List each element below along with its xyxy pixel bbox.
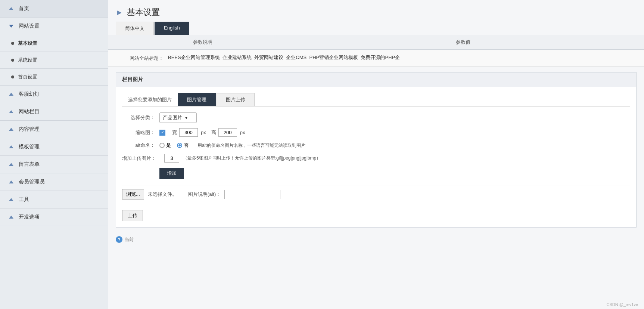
sidebar-item-dev-options[interactable]: 开发选项 bbox=[0, 208, 108, 226]
panel-tabs: 选择您要添加的图片 图片管理 图片上传 bbox=[122, 93, 630, 106]
sidebar-item-home[interactable]: 首页 bbox=[0, 0, 108, 18]
no-file-text: 未选择文件。 bbox=[148, 191, 177, 198]
arrow-up-icon bbox=[7, 213, 15, 221]
alt-yes-radio[interactable]: 是 bbox=[159, 142, 171, 149]
param-value-header: 参数值 bbox=[289, 39, 637, 46]
thumbnail-row: 缩略图： ✓ 宽 px 高 px bbox=[122, 128, 630, 137]
browse-button[interactable]: 浏览... bbox=[122, 189, 144, 200]
sidebar-item-basic-settings-label: 基本设置 bbox=[18, 40, 37, 47]
upload-count-input[interactable] bbox=[164, 154, 179, 163]
help-text: 当前 bbox=[125, 237, 134, 243]
sidebar-item-member-admin-label: 会员管理员 bbox=[19, 179, 45, 185]
alt-desc-input[interactable] bbox=[224, 190, 280, 199]
footer-text: CSDN @_rev1ve bbox=[606, 302, 638, 307]
sidebar-item-website-columns[interactable]: 网站栏目 bbox=[0, 103, 108, 121]
add-button[interactable]: 增加 bbox=[159, 168, 184, 179]
alt-no-label: 否 bbox=[184, 142, 189, 149]
main-content: ► 基本设置 简体中文 English 参数说明 参数值 网站全站标题： BEE… bbox=[108, 0, 644, 309]
sidebar-item-tools-label: 工具 bbox=[19, 196, 29, 203]
width-px: px bbox=[201, 130, 206, 135]
thumbnail-controls: ✓ 宽 px 高 px bbox=[159, 128, 248, 137]
panel-header: 栏目图片 bbox=[116, 72, 636, 87]
alt-radio-group: 是 否 用alt的值命名图片名称，一些语言可能无法读取到图片 bbox=[159, 142, 305, 149]
sidebar-item-content-management-label: 内容管理 bbox=[19, 126, 40, 133]
tab-zh[interactable]: 简体中文 bbox=[116, 22, 154, 35]
sidebar-item-member-admin[interactable]: 会员管理员 bbox=[0, 173, 108, 191]
header-arrow-icon: ► bbox=[116, 8, 123, 17]
sidebar-item-customer-slideshow[interactable]: 客服幻灯 bbox=[0, 86, 108, 103]
dot-icon bbox=[11, 42, 14, 45]
alt-label: alt命名： bbox=[122, 142, 159, 149]
dot-icon bbox=[11, 59, 14, 62]
param-header: 参数说明 参数值 bbox=[108, 35, 644, 50]
help-icon: ? bbox=[116, 236, 122, 243]
page-header: ► 基本设置 bbox=[108, 0, 644, 22]
arrow-up-icon bbox=[7, 196, 15, 203]
height-input[interactable] bbox=[218, 128, 237, 137]
arrow-up-icon bbox=[7, 161, 15, 168]
alt-desc-label: 图片说明(alt)： bbox=[188, 191, 221, 198]
tab-manage[interactable]: 图片管理 bbox=[178, 93, 216, 106]
file-row: 浏览... 未选择文件。 图片说明(alt)： bbox=[122, 185, 630, 203]
panel-tab-select-label: 选择您要添加的图片 bbox=[122, 93, 178, 106]
sidebar-item-dev-options-label: 开发选项 bbox=[19, 214, 40, 220]
arrow-up-icon bbox=[7, 143, 15, 151]
category-row: 选择分类： 产品图片 ▼ bbox=[122, 112, 630, 123]
arrow-up-icon bbox=[7, 90, 15, 98]
site-title-value: BEES企业网站管理系统_企业建站系统_外贸网站建设_企业CMS_PHP营销企业… bbox=[168, 54, 400, 61]
footer: CSDN @_rev1ve bbox=[108, 300, 644, 309]
dot-icon bbox=[11, 75, 14, 78]
arrow-up-icon bbox=[7, 178, 15, 186]
panel-body: 选择您要添加的图片 图片管理 图片上传 选择分类： 产品图片 ▼ 缩略图： ✓ … bbox=[116, 87, 636, 227]
thumbnail-label: 缩略图： bbox=[122, 129, 159, 136]
lang-tabs: 简体中文 English bbox=[108, 22, 644, 35]
upload-hint: （最多5张图片同时上传！允许上传的图片类型:gif|jpeg|png|jpg|b… bbox=[183, 155, 321, 161]
upload-count-label: 增加上传图片： bbox=[122, 155, 161, 162]
sidebar-item-template-management[interactable]: 模板管理 bbox=[0, 138, 108, 156]
arrow-up-icon bbox=[7, 5, 15, 12]
sidebar-item-content-management[interactable]: 内容管理 bbox=[0, 121, 108, 138]
height-label: 高 bbox=[211, 129, 216, 136]
sidebar-item-tools[interactable]: 工具 bbox=[0, 191, 108, 208]
arrow-down-icon bbox=[7, 22, 15, 30]
sidebar-item-website-columns-label: 网站栏目 bbox=[19, 108, 40, 115]
sidebar-item-message-form-label: 留言表单 bbox=[19, 161, 40, 168]
sidebar-item-basic-settings[interactable]: 基本设置 bbox=[0, 35, 108, 52]
alt-hint: 用alt的值命名图片名称，一些语言可能无法读取到图片 bbox=[197, 142, 305, 149]
tab-en[interactable]: English bbox=[155, 22, 189, 35]
site-title-label: 网站全站标题： bbox=[116, 54, 168, 62]
sidebar-item-system-settings-label: 系统设置 bbox=[18, 57, 37, 64]
category-label: 选择分类： bbox=[122, 114, 159, 121]
alt-row: alt命名： 是 否 用alt的值命名图片名称，一些语言可能无法读取到图片 bbox=[122, 142, 630, 149]
help-row: ? 当前 bbox=[108, 233, 644, 246]
sidebar-item-website-settings-label: 网站设置 bbox=[19, 23, 40, 30]
param-label-header: 参数说明 bbox=[116, 39, 289, 46]
panel: 栏目图片 选择您要添加的图片 图片管理 图片上传 选择分类： 产品图片 ▼ 缩略… bbox=[116, 72, 637, 228]
height-px: px bbox=[240, 130, 245, 135]
arrow-up-icon bbox=[7, 108, 15, 115]
sidebar-item-homepage-settings-label: 首页设置 bbox=[18, 74, 37, 80]
category-value: 产品图片 bbox=[163, 114, 182, 121]
width-label: 宽 bbox=[172, 129, 177, 136]
category-dropdown[interactable]: 产品图片 ▼ bbox=[159, 112, 197, 123]
sidebar-item-message-form[interactable]: 留言表单 bbox=[0, 156, 108, 173]
sidebar-item-homepage-settings[interactable]: 首页设置 bbox=[0, 69, 108, 86]
sidebar-item-home-label: 首页 bbox=[19, 5, 29, 12]
arrow-up-icon bbox=[7, 126, 15, 133]
upload-button[interactable]: 上传 bbox=[122, 210, 143, 221]
sidebar: 首页 网站设置 基本设置 系统设置 首页设置 客服幻灯 网站栏目 内容管理 模板… bbox=[0, 0, 108, 309]
alt-yes-label: 是 bbox=[166, 142, 171, 149]
sidebar-item-system-settings[interactable]: 系统设置 bbox=[0, 52, 108, 69]
radio-yes-circle bbox=[159, 143, 165, 148]
sidebar-item-customer-slideshow-label: 客服幻灯 bbox=[19, 91, 40, 98]
upload-count-row: 增加上传图片： （最多5张图片同时上传！允许上传的图片类型:gif|jpeg|p… bbox=[122, 154, 630, 163]
sidebar-item-template-management-label: 模板管理 bbox=[19, 143, 40, 150]
width-input[interactable] bbox=[179, 128, 198, 137]
sidebar-item-website-settings[interactable]: 网站设置 bbox=[0, 18, 108, 35]
tab-upload[interactable]: 图片上传 bbox=[217, 93, 255, 106]
thumbnail-checkbox[interactable]: ✓ bbox=[159, 130, 165, 136]
page-title: 基本设置 bbox=[127, 7, 160, 18]
alt-no-radio[interactable]: 否 bbox=[177, 142, 189, 149]
chevron-down-icon: ▼ bbox=[184, 116, 188, 120]
radio-no-circle bbox=[177, 143, 182, 148]
